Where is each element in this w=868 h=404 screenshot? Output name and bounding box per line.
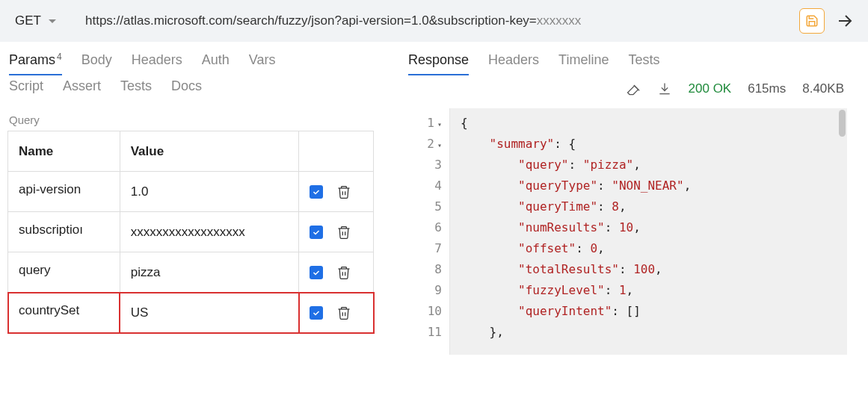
erase-icon[interactable] bbox=[626, 81, 641, 96]
tab-headers[interactable]: Headers bbox=[132, 52, 182, 75]
line-number: 3 bbox=[408, 155, 449, 175]
tab-badge: 4 bbox=[57, 52, 62, 62]
send-button[interactable] bbox=[832, 8, 858, 34]
code-line: "queryType": "NON_NEAR", bbox=[461, 175, 847, 196]
enable-checkbox[interactable] bbox=[310, 226, 323, 239]
request-pane: Params4BodyHeadersAuthVars ScriptAssertT… bbox=[0, 42, 381, 404]
response-time: 615ms bbox=[748, 81, 786, 96]
tab-script[interactable]: Script bbox=[9, 78, 43, 100]
param-value[interactable]: pizza bbox=[120, 252, 299, 293]
download-icon[interactable] bbox=[657, 81, 672, 96]
row-actions bbox=[299, 252, 374, 293]
query-section-label: Query bbox=[4, 100, 377, 131]
arrow-right-icon bbox=[836, 12, 854, 30]
method-label: GET bbox=[15, 13, 41, 28]
url-masked: xxxxxxx bbox=[537, 13, 582, 28]
param-name[interactable]: query bbox=[8, 252, 120, 293]
method-select[interactable]: GET bbox=[10, 10, 78, 31]
row-actions bbox=[299, 212, 374, 252]
response-meta: 200 OK 615ms 8.40KB bbox=[386, 75, 864, 104]
line-number: 10 bbox=[408, 301, 449, 322]
tab-assert[interactable]: Assert bbox=[63, 78, 101, 100]
chevron-down-icon bbox=[49, 19, 56, 23]
enable-checkbox[interactable] bbox=[310, 185, 323, 199]
save-button[interactable] bbox=[799, 8, 825, 34]
line-number: 8 bbox=[408, 259, 449, 280]
scrollbar-thumb[interactable] bbox=[839, 110, 846, 137]
tab-params[interactable]: Params4 bbox=[9, 52, 62, 75]
line-number: 1 bbox=[408, 113, 449, 134]
table-row: api-version1.0 bbox=[8, 172, 374, 212]
table-row: querypizza bbox=[8, 252, 374, 293]
line-number: 11 bbox=[408, 322, 449, 343]
line-number: 9 bbox=[408, 280, 449, 301]
tab-docs[interactable]: Docs bbox=[171, 78, 202, 100]
table-row: countrySetUS bbox=[8, 293, 374, 333]
response-body[interactable]: 1234567891011 { "summary": { "query": "p… bbox=[408, 108, 847, 355]
status-badge: 200 OK bbox=[689, 81, 732, 96]
code-line: "numResults": 10, bbox=[461, 217, 847, 238]
request-tabs-row1: Params4BodyHeadersAuthVars bbox=[4, 42, 377, 75]
tab-timeline[interactable]: Timeline bbox=[558, 52, 609, 75]
trash-icon[interactable] bbox=[336, 265, 351, 280]
url-input[interactable]: https://atlas.microsoft.com/search/fuzzy… bbox=[85, 13, 792, 28]
svg-line-1 bbox=[633, 85, 638, 90]
tab-auth[interactable]: Auth bbox=[202, 52, 230, 75]
response-size: 8.40KB bbox=[802, 81, 844, 96]
param-name[interactable]: subscriptioı bbox=[8, 212, 120, 252]
trash-icon[interactable] bbox=[336, 184, 351, 199]
param-value[interactable]: US bbox=[120, 293, 299, 333]
param-value[interactable]: xxxxxxxxxxxxxxxxxx bbox=[120, 212, 299, 252]
code-line: }, bbox=[461, 322, 847, 343]
request-tabs-row2: ScriptAssertTestsDocs bbox=[4, 75, 377, 100]
response-tabs: ResponseHeadersTimelineTests bbox=[386, 42, 864, 75]
param-name[interactable]: api-version bbox=[8, 172, 120, 212]
request-toolbar: GET https://atlas.microsoft.com/search/f… bbox=[0, 0, 868, 42]
tab-headers[interactable]: Headers bbox=[488, 52, 539, 75]
url-text: https://atlas.microsoft.com/search/fuzzy… bbox=[85, 13, 537, 28]
code-line: "queryIntent": [] bbox=[461, 301, 847, 322]
code-line: "query": "pizza", bbox=[461, 155, 847, 175]
trash-icon[interactable] bbox=[336, 305, 351, 320]
tab-response[interactable]: Response bbox=[408, 52, 469, 75]
table-row: subscriptioıxxxxxxxxxxxxxxxxxx bbox=[8, 212, 374, 252]
trash-icon[interactable] bbox=[336, 225, 351, 240]
line-gutter: 1234567891011 bbox=[408, 108, 450, 355]
line-number: 4 bbox=[408, 175, 449, 196]
line-number: 2 bbox=[408, 134, 449, 155]
param-name[interactable]: countrySet bbox=[8, 293, 120, 333]
tab-vars[interactable]: Vars bbox=[249, 52, 276, 75]
code-line: "summary": { bbox=[461, 134, 847, 155]
code-line: "queryTime": 8, bbox=[461, 196, 847, 217]
line-number: 5 bbox=[408, 196, 449, 217]
query-params-table: NameValue api-version1.0subscriptioıxxxx… bbox=[7, 131, 374, 333]
tab-tests[interactable]: Tests bbox=[628, 52, 659, 75]
code-line: "totalResults": 100, bbox=[461, 259, 847, 280]
column-header: Name bbox=[8, 131, 120, 172]
column-header bbox=[299, 131, 374, 172]
row-actions bbox=[299, 293, 374, 333]
code-line: "fuzzyLevel": 1, bbox=[461, 280, 847, 301]
code-line: "offset": 0, bbox=[461, 238, 847, 259]
line-number: 7 bbox=[408, 238, 449, 259]
column-header: Value bbox=[120, 131, 299, 172]
response-pane: ResponseHeadersTimelineTests 200 OK 615m… bbox=[381, 42, 868, 404]
row-actions bbox=[299, 172, 374, 212]
param-value[interactable]: 1.0 bbox=[120, 172, 299, 212]
save-icon bbox=[805, 14, 819, 28]
line-number: 6 bbox=[408, 217, 449, 238]
tab-tests[interactable]: Tests bbox=[120, 78, 152, 100]
enable-checkbox[interactable] bbox=[310, 266, 323, 279]
tab-body[interactable]: Body bbox=[81, 52, 112, 75]
code-line: { bbox=[461, 113, 847, 134]
json-viewer: { "summary": { "query": "pizza", "queryT… bbox=[450, 108, 847, 355]
enable-checkbox[interactable] bbox=[310, 306, 323, 320]
scrollbar[interactable] bbox=[838, 108, 846, 355]
